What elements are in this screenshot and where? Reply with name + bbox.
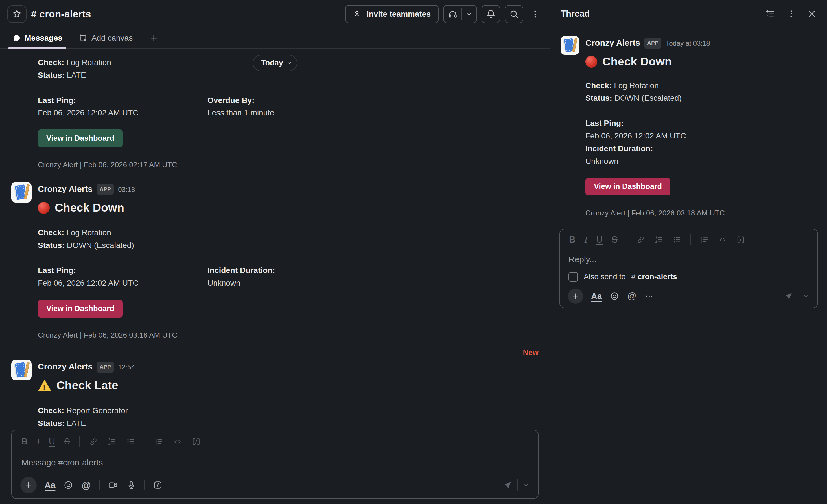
show-formatting-button[interactable]: Aa xyxy=(45,480,55,490)
message-timestamp[interactable]: 12:54 xyxy=(118,362,135,373)
avatar[interactable] xyxy=(561,36,579,55)
italic-button[interactable]: I xyxy=(37,437,40,447)
date-jump-pill[interactable]: Today xyxy=(253,55,297,71)
check-value: Log Rotation xyxy=(66,228,111,237)
strikethrough-button[interactable]: S xyxy=(64,437,70,447)
channel-more-actions-button[interactable] xyxy=(528,5,542,23)
bullet-list-icon[interactable] xyxy=(672,235,681,244)
code-block-icon[interactable] xyxy=(191,437,201,446)
emoji-icon[interactable] xyxy=(63,480,74,490)
code-icon[interactable] xyxy=(173,437,182,446)
italic-button[interactable]: I xyxy=(584,235,587,245)
underline-button[interactable]: U xyxy=(596,235,602,245)
attach-plus-button[interactable] xyxy=(20,477,37,493)
add-tab-button[interactable] xyxy=(142,28,165,48)
channel-title[interactable]: # cron-alerts xyxy=(31,8,91,20)
app-badge: APP xyxy=(644,38,661,49)
toolbar-divider xyxy=(99,480,100,491)
invite-teammates-label: Invite teammates xyxy=(367,10,431,19)
bold-button[interactable]: B xyxy=(569,235,575,245)
also-send-checkbox[interactable] xyxy=(569,272,578,282)
channel-header: # cron-alerts Invite teammates xyxy=(0,0,550,28)
red-circle-emoji xyxy=(585,56,597,68)
link-icon[interactable] xyxy=(89,437,98,446)
toolbar-divider xyxy=(79,436,80,447)
field-label: Incident Duration: xyxy=(207,264,275,277)
view-in-dashboard-button[interactable]: View in Dashboard xyxy=(585,178,670,195)
video-clip-icon[interactable] xyxy=(107,480,118,491)
avatar[interactable] xyxy=(11,182,32,203)
sender-name[interactable]: Cronzy Alerts xyxy=(38,360,93,374)
tab-messages[interactable]: Messages xyxy=(8,28,67,48)
message-timestamp[interactable]: Today at 03:18 xyxy=(666,38,710,49)
code-block-icon[interactable] xyxy=(736,235,745,244)
summarize-thread-icon[interactable] xyxy=(765,8,776,19)
alert-headline-text: Check Late xyxy=(56,376,118,395)
more-actions-icon[interactable] xyxy=(644,291,654,301)
person-plus-icon xyxy=(353,9,363,19)
mention-icon[interactable]: @ xyxy=(627,291,636,301)
sender-name[interactable]: Cronzy Alerts xyxy=(585,36,640,50)
bold-button[interactable]: B xyxy=(21,437,28,447)
audio-clip-icon[interactable] xyxy=(126,480,136,490)
channel-pane: # cron-alerts Invite teammates xyxy=(0,0,550,504)
message-check-down: Cronzy Alerts APP 03:18 Check Down Check… xyxy=(0,182,550,341)
show-formatting-button[interactable]: Aa xyxy=(591,291,602,301)
strikethrough-button[interactable]: S xyxy=(612,235,618,245)
kebab-icon[interactable] xyxy=(786,9,796,19)
check-value: Log Rotation xyxy=(614,81,659,90)
view-in-dashboard-button[interactable]: View in Dashboard xyxy=(38,300,123,318)
alert-headline: Check Late xyxy=(38,376,539,395)
message-input[interactable]: Message #cron-alerts xyxy=(20,449,530,477)
blockquote-icon[interactable] xyxy=(700,235,709,244)
new-messages-divider: New xyxy=(0,348,550,357)
sender-name[interactable]: Cronzy Alerts xyxy=(38,182,93,196)
send-divider xyxy=(798,290,798,302)
reply-input[interactable]: Reply... xyxy=(567,247,810,272)
star-icon xyxy=(12,9,22,19)
field-last-ping: Last Ping: Feb 06, 2026 12:02 AM UTC xyxy=(38,94,207,120)
avatar[interactable] xyxy=(11,360,32,380)
message-composer: B I U S Message #cron-alerts Aa @ xyxy=(11,430,539,499)
send-icon[interactable] xyxy=(783,291,793,301)
notifications-button[interactable] xyxy=(482,5,500,23)
ordered-list-icon[interactable] xyxy=(107,437,117,446)
formatting-toolbar: B I U S xyxy=(20,436,530,449)
headphones-icon xyxy=(448,9,458,19)
invite-teammates-button[interactable]: Invite teammates xyxy=(345,5,439,23)
message-timestamp[interactable]: 03:18 xyxy=(118,184,135,195)
new-divider-label: New xyxy=(523,348,539,357)
field-last-ping: Last Ping: Feb 06, 2026 12:02 AM UTC xyxy=(585,117,755,143)
link-icon[interactable] xyxy=(636,235,645,244)
also-send-row: Also send to # cron-alerts xyxy=(567,272,810,288)
bullet-list-icon[interactable] xyxy=(126,437,136,446)
slash-commands-icon[interactable] xyxy=(153,480,163,490)
field-value: Unknown xyxy=(207,277,275,290)
field-label: Overdue By: xyxy=(207,94,274,107)
close-icon[interactable] xyxy=(807,9,817,19)
field-value: Feb 06, 2026 12:02 AM UTC xyxy=(585,130,755,143)
code-icon[interactable] xyxy=(718,235,727,244)
search-button[interactable] xyxy=(505,5,523,23)
schedule-send-chevron-icon[interactable] xyxy=(522,482,530,489)
star-channel-button[interactable] xyxy=(7,5,27,23)
send-icon[interactable] xyxy=(502,480,513,490)
also-send-label: Also send to xyxy=(584,272,626,281)
emoji-icon[interactable] xyxy=(610,291,619,301)
underline-button[interactable]: U xyxy=(49,437,55,447)
thread-title: Thread xyxy=(561,9,590,19)
ordered-list-icon[interactable] xyxy=(654,235,663,244)
huddle-button[interactable] xyxy=(443,5,477,23)
field-value: Unknown xyxy=(585,155,817,168)
field-overdue-by: Overdue By: Less than 1 minute xyxy=(207,94,274,120)
chevron-down-icon[interactable] xyxy=(465,10,473,18)
composer-actions: Aa @ xyxy=(20,477,530,493)
blockquote-icon[interactable] xyxy=(154,437,164,446)
schedule-send-chevron-icon[interactable] xyxy=(803,293,810,299)
view-in-dashboard-button[interactable]: View in Dashboard xyxy=(38,129,123,147)
mention-icon[interactable]: @ xyxy=(81,480,91,491)
tab-add-canvas[interactable]: Add canvas xyxy=(74,28,137,48)
red-circle-emoji xyxy=(38,202,50,214)
attach-plus-button[interactable] xyxy=(568,288,583,304)
date-pill-label: Today xyxy=(261,59,283,67)
